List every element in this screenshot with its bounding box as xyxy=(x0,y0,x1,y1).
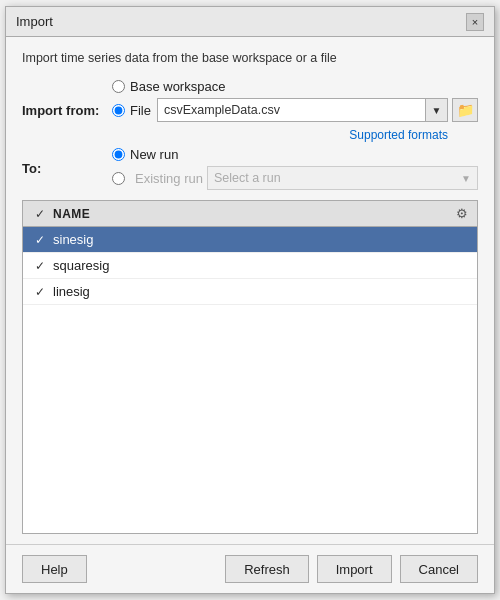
file-dropdown-button[interactable]: ▼ xyxy=(426,98,448,122)
row-check-cell: ✓ xyxy=(27,233,53,247)
table-row[interactable]: ✓ squaresig xyxy=(23,253,477,279)
title-bar: Import × xyxy=(6,7,494,37)
existing-run-row: Existing run Select a run ▼ xyxy=(112,166,478,190)
name-column-header: NAME xyxy=(53,207,451,221)
dropdown-arrow-icon: ▼ xyxy=(432,105,442,116)
description-text: Import time series data from the base wo… xyxy=(22,51,478,65)
table-row[interactable]: ✓ linesig xyxy=(23,279,477,305)
file-label[interactable]: File xyxy=(130,103,151,118)
select-run-placeholder: Select a run xyxy=(214,171,281,185)
existing-run-radio[interactable] xyxy=(112,172,125,185)
row-check-cell: ✓ xyxy=(27,259,53,273)
refresh-button[interactable]: Refresh xyxy=(225,555,309,583)
cancel-button[interactable]: Cancel xyxy=(400,555,478,583)
base-workspace-label[interactable]: Base workspace xyxy=(130,79,225,94)
select-run-arrow-icon: ▼ xyxy=(461,173,471,184)
table-row[interactable]: ✓ sinesig xyxy=(23,227,477,253)
row-checkmark-icon: ✓ xyxy=(35,259,45,273)
file-input-container: ▼ 📁 xyxy=(157,98,478,122)
header-check-cell: ✓ xyxy=(27,207,53,221)
import-from-section: Import from: Base workspace File ▼ xyxy=(22,79,478,142)
row-checkmark-icon: ✓ xyxy=(35,233,45,247)
row-name-cell: sinesig xyxy=(53,232,473,247)
to-controls: New run Existing run Select a run ▼ xyxy=(112,147,478,190)
file-row: File ▼ 📁 xyxy=(112,98,478,122)
close-icon: × xyxy=(472,16,478,28)
help-button[interactable]: Help xyxy=(22,555,87,583)
to-section: To: New run Existing run Select a run ▼ xyxy=(22,147,478,190)
dialog-content: Import time series data from the base wo… xyxy=(6,37,494,544)
new-run-label[interactable]: New run xyxy=(130,147,178,162)
existing-run-label[interactable]: Existing run xyxy=(135,171,203,186)
base-workspace-row: Base workspace xyxy=(112,79,478,94)
supported-formats-link[interactable]: Supported formats xyxy=(112,128,478,142)
select-run-dropdown: Select a run ▼ xyxy=(207,166,478,190)
to-label: To: xyxy=(22,161,112,176)
row-checkmark-icon: ✓ xyxy=(35,285,45,299)
new-run-radio[interactable] xyxy=(112,148,125,161)
table-settings-button[interactable]: ⚙ xyxy=(451,206,473,221)
folder-icon: 📁 xyxy=(457,102,474,118)
file-path-input[interactable] xyxy=(157,98,426,122)
import-button[interactable]: Import xyxy=(317,555,392,583)
base-workspace-radio[interactable] xyxy=(112,80,125,93)
row-name-cell: squaresig xyxy=(53,258,473,273)
row-check-cell: ✓ xyxy=(27,285,53,299)
bottom-bar: Help Refresh Import Cancel xyxy=(6,544,494,593)
browse-folder-button[interactable]: 📁 xyxy=(452,98,478,122)
right-button-group: Refresh Import Cancel xyxy=(225,555,478,583)
table-header: ✓ NAME ⚙ xyxy=(23,201,477,227)
left-button-group: Help xyxy=(22,555,87,583)
gear-icon: ⚙ xyxy=(456,206,468,221)
signals-table: ✓ NAME ⚙ ✓ sinesig ✓ squaresig xyxy=(22,200,478,534)
import-from-label: Import from: xyxy=(22,103,112,118)
new-run-row: New run xyxy=(112,147,478,162)
file-radio[interactable] xyxy=(112,104,125,117)
header-checkmark-icon: ✓ xyxy=(35,207,45,221)
import-dialog: Import × Import time series data from th… xyxy=(5,6,495,594)
close-button[interactable]: × xyxy=(466,13,484,31)
import-from-controls: Base workspace File ▼ 📁 xyxy=(112,79,478,142)
row-name-cell: linesig xyxy=(53,284,473,299)
dialog-title: Import xyxy=(16,14,53,29)
